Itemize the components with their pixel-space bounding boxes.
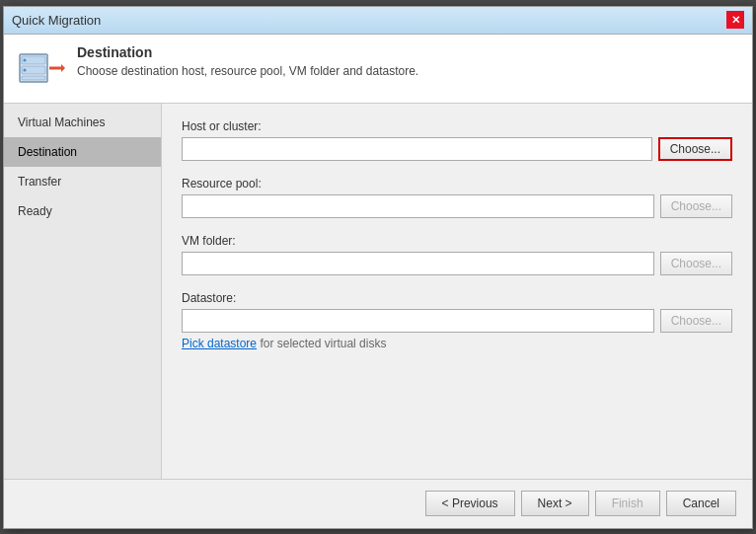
- resource-pool-input[interactable]: [182, 194, 654, 218]
- host-cluster-row: Choose...: [182, 137, 732, 161]
- datastore-input[interactable]: [182, 309, 654, 333]
- previous-button[interactable]: < Previous: [425, 491, 515, 516]
- vm-folder-group: VM folder: Choose...: [182, 234, 732, 275]
- footer: < Previous Next > Finish Cancel: [4, 479, 752, 528]
- host-cluster-input[interactable]: [182, 137, 652, 161]
- resource-pool-label: Resource pool:: [182, 177, 732, 191]
- svg-rect-3: [22, 76, 45, 80]
- vm-folder-input[interactable]: [182, 252, 654, 275]
- datastore-group: Datastore: Choose... Pick datastore for …: [182, 291, 732, 350]
- svg-point-4: [24, 58, 27, 61]
- destination-icon: [18, 44, 65, 92]
- resource-pool-choose-button[interactable]: Choose...: [660, 194, 732, 218]
- header-section: Destination Choose destination host, res…: [4, 35, 752, 104]
- sidebar: Virtual Machines Destination Transfer Re…: [4, 104, 162, 479]
- pick-datastore-link[interactable]: Pick datastore: [182, 337, 257, 350]
- finish-button[interactable]: Finish: [595, 491, 660, 516]
- svg-point-5: [24, 68, 27, 71]
- content-area: Virtual Machines Destination Transfer Re…: [4, 104, 752, 479]
- datastore-choose-button[interactable]: Choose...: [660, 309, 732, 333]
- sidebar-item-destination[interactable]: Destination: [4, 137, 161, 167]
- header-title: Destination: [77, 44, 418, 60]
- resource-pool-group: Resource pool: Choose...: [182, 177, 732, 218]
- datastore-label: Datastore:: [182, 291, 732, 305]
- cancel-button[interactable]: Cancel: [666, 491, 736, 516]
- vm-folder-row: Choose...: [182, 252, 732, 275]
- quick-migration-dialog: Quick Migration ✕ Destination Choose de: [3, 6, 753, 529]
- vm-folder-choose-button[interactable]: Choose...: [660, 252, 732, 275]
- resource-pool-row: Choose...: [182, 194, 732, 218]
- header-description: Choose destination host, resource pool, …: [77, 64, 418, 78]
- datastore-row: Choose...: [182, 309, 732, 333]
- host-cluster-group: Host or cluster: Choose...: [182, 119, 732, 161]
- title-bar: Quick Migration ✕: [4, 7, 752, 35]
- main-content: Host or cluster: Choose... Resource pool…: [162, 104, 752, 479]
- vm-folder-label: VM folder:: [182, 234, 732, 248]
- sidebar-item-transfer[interactable]: Transfer: [4, 167, 161, 196]
- dialog-title: Quick Migration: [12, 13, 101, 28]
- svg-marker-7: [61, 64, 65, 72]
- host-cluster-label: Host or cluster:: [182, 119, 732, 133]
- pick-datastore-suffix: for selected virtual disks: [257, 337, 386, 350]
- sidebar-item-ready[interactable]: Ready: [4, 196, 161, 226]
- close-button[interactable]: ✕: [726, 11, 744, 29]
- host-cluster-choose-button[interactable]: Choose...: [658, 137, 732, 161]
- header-text: Destination Choose destination host, res…: [77, 44, 418, 78]
- next-button[interactable]: Next >: [521, 491, 589, 516]
- sidebar-item-virtual-machines[interactable]: Virtual Machines: [4, 108, 161, 137]
- pick-datastore-text: Pick datastore for selected virtual disk…: [182, 337, 732, 350]
